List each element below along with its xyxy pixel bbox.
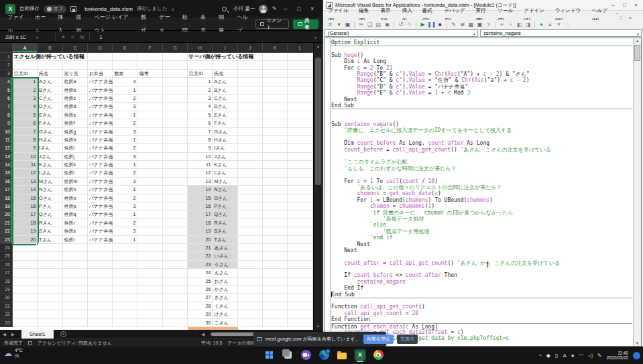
col-header-J[interactable]: J (238, 43, 263, 52)
cell-B13[interactable]: Jさん (38, 153, 62, 161)
cell-J4[interactable] (238, 78, 263, 86)
copy-icon[interactable]: ❏ (365, 21, 374, 29)
cell-H31[interactable]: 28 (188, 302, 213, 310)
cell-H22[interactable]: 19 (188, 227, 213, 235)
sheet-tab[interactable]: Sheet1 (21, 330, 54, 339)
module-window-controls[interactable]: – □ × (616, 11, 642, 20)
code-line-34[interactable]: Next (331, 247, 632, 253)
cell-K20[interactable] (263, 210, 288, 219)
code-line-40[interactable]: End If (331, 285, 632, 291)
next-bookmark-icon[interactable]: ▲ (546, 21, 554, 29)
cell-L27[interactable] (288, 269, 312, 277)
cell-K16[interactable] (263, 178, 288, 186)
row-header-8[interactable]: 8 (0, 111, 13, 119)
cell-A17[interactable]: 14 (13, 186, 38, 194)
cell-J24[interactable] (238, 244, 263, 252)
cell-I7[interactable]: Dさん (213, 103, 237, 111)
redo-icon[interactable]: ↻ (405, 21, 414, 29)
cell-D16[interactable]: バナナ弁当 (88, 178, 113, 186)
excel-view-icon[interactable]: X (326, 21, 335, 29)
row-header-7[interactable]: 7 (0, 103, 13, 111)
cell-I11[interactable]: Hさん (213, 136, 237, 144)
cell-A8[interactable]: 5 (13, 111, 38, 119)
cell-G4[interactable] (163, 78, 188, 86)
cell-J5[interactable] (238, 86, 263, 95)
excel-app-icon[interactable]: X (354, 349, 366, 361)
cell-L7[interactable] (288, 103, 312, 111)
cell-C16[interactable]: 住所m (63, 178, 88, 186)
cell-E14[interactable]: 1 (113, 161, 137, 169)
cell-C4[interactable]: 住所a (63, 78, 88, 86)
cell-K8[interactable] (263, 111, 288, 119)
cell-A3[interactable]: 注文ID (13, 70, 38, 78)
cell-H8[interactable]: 5 (188, 111, 213, 119)
code-line-16[interactable] (331, 134, 632, 140)
col-header-L[interactable]: L (288, 43, 312, 52)
cell-I17[interactable]: Nさん (213, 186, 237, 194)
cell-F11[interactable] (137, 136, 162, 144)
code-line-44[interactable]: call_api_get_count = 20 (331, 310, 632, 316)
cell-K3[interactable] (263, 70, 288, 78)
cell-D21[interactable]: バナナ弁当 (88, 219, 113, 227)
code-line-20[interactable]: 'ここのタイムラグが心配 (331, 159, 632, 165)
cell-J11[interactable] (238, 136, 263, 144)
code-scroll-up-icon[interactable]: ▲ (634, 39, 641, 43)
cell-D22[interactable]: バナナ弁当 (88, 227, 113, 235)
cell-F16[interactable] (137, 178, 162, 186)
code-scroll-thumb[interactable] (634, 45, 640, 61)
cell-K25[interactable] (263, 252, 288, 260)
cell-E12[interactable]: 2 (113, 144, 137, 152)
cell-C28[interactable] (63, 278, 88, 286)
cell-L12[interactable] (288, 144, 312, 152)
cell-H27[interactable]: 24 (188, 269, 213, 277)
cell-L16[interactable] (288, 178, 312, 186)
prev-bookmark-icon[interactable]: ▼ (554, 21, 563, 29)
cell-D10[interactable]: バナナ弁当 (88, 128, 113, 136)
meet-app-icon[interactable] (300, 349, 312, 361)
select-all-corner[interactable] (0, 43, 13, 52)
cell-F10[interactable] (137, 128, 162, 136)
col-header-K[interactable]: K (263, 43, 288, 52)
code-line-38[interactable]: If count_before <> count_after Then (331, 272, 632, 278)
cell-J18[interactable] (238, 194, 263, 202)
col-header-I[interactable]: I (213, 43, 237, 52)
cell-F20[interactable] (137, 210, 162, 219)
col-header-B[interactable]: B (38, 43, 62, 52)
formula-bar-expand-icon[interactable]: ∨ (314, 35, 323, 40)
tab-options-icon[interactable]: ⋮ (194, 332, 198, 337)
cell-K2[interactable] (263, 61, 288, 69)
cell-F2[interactable] (137, 61, 162, 69)
col-header-H[interactable]: H (188, 43, 213, 52)
cell-I3[interactable]: 氏名 (213, 70, 237, 78)
cell-E19[interactable]: 3 (113, 202, 137, 210)
cell-A30[interactable] (13, 294, 38, 302)
cell-B31[interactable] (38, 302, 62, 310)
code-line-4[interactable]: Dim c As Long (331, 58, 632, 64)
row-header-9[interactable]: 9 (0, 119, 13, 127)
procedure-dropdown[interactable]: zentaino_nagare▼ (480, 29, 642, 37)
cell-I5[interactable]: Bさん (213, 86, 237, 95)
cell-I22[interactable]: Sさん (213, 227, 237, 235)
cell-G20[interactable] (163, 210, 188, 219)
cell-G8[interactable] (163, 111, 188, 119)
cell-D30[interactable] (88, 294, 113, 302)
cell-G10[interactable] (163, 128, 188, 136)
cell-B22[interactable]: Sさん (38, 227, 62, 235)
cell-J22[interactable] (238, 227, 263, 235)
insert-function-icon[interactable]: fx (78, 34, 87, 40)
cell-A13[interactable]: 10 (13, 153, 38, 161)
cell-H18[interactable]: 15 (188, 194, 213, 202)
cell-C31[interactable] (63, 302, 88, 310)
cell-C9[interactable]: 住所f (63, 119, 88, 127)
indent-icon[interactable]: ≡ (498, 21, 506, 29)
row-header-2[interactable]: 2 (0, 61, 13, 69)
cell-F19[interactable] (137, 202, 162, 210)
cell-J13[interactable] (238, 153, 263, 161)
cell-H28[interactable]: 25 (188, 278, 213, 286)
cell-E25[interactable] (113, 252, 137, 260)
cell-B19[interactable]: Pさん (38, 202, 62, 210)
cell-L1[interactable] (288, 53, 312, 61)
cell-G31[interactable] (163, 302, 188, 310)
cell-H32[interactable]: 29 (188, 310, 213, 318)
cell-F21[interactable] (137, 219, 162, 227)
